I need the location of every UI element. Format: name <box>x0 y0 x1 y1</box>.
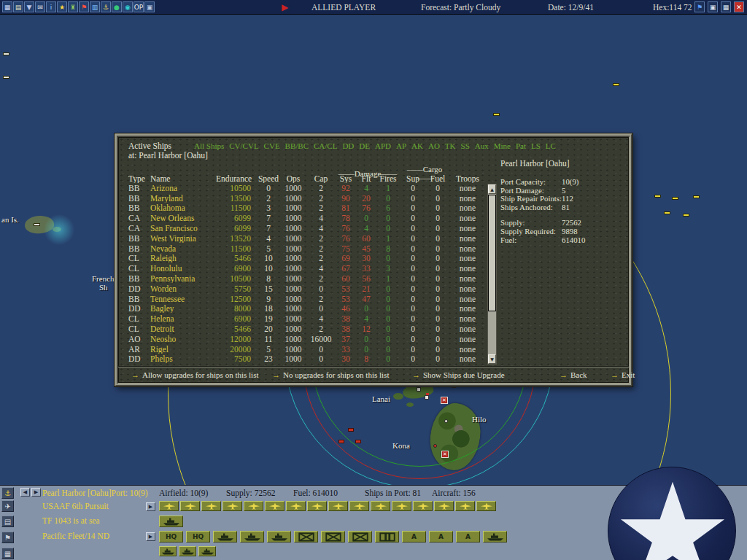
exit-button[interactable]: →Exit <box>611 370 635 379</box>
enemy-taskforce-marker[interactable] <box>355 440 361 443</box>
ship-marker[interactable] <box>664 211 670 214</box>
ship-marker[interactable] <box>672 197 678 200</box>
city-marker[interactable] <box>433 444 437 448</box>
plane-unit-icon[interactable] <box>392 501 411 511</box>
table-row[interactable]: BBArizona10500010002924100none <box>128 183 486 193</box>
plane-unit-icon[interactable] <box>159 501 179 511</box>
table-row[interactable]: BBNevada115005100027545800none <box>128 244 486 254</box>
enemy-taskforce-marker[interactable] <box>348 428 354 432</box>
filter-pat[interactable]: Pat <box>516 141 526 150</box>
ship-unit-icon[interactable] <box>240 531 264 542</box>
filter-mine[interactable]: Mine <box>494 141 511 150</box>
ops-icon[interactable]: OP <box>133 1 144 12</box>
filter-lc[interactable]: LC <box>546 141 556 150</box>
table-row[interactable]: BBTennessee125009100025347000none <box>128 294 486 304</box>
plane-unit-icon[interactable] <box>180 501 200 511</box>
a-unit-icon[interactable]: A <box>402 531 426 542</box>
plane-unit-icon[interactable] <box>476 501 496 511</box>
ship-unit-icon[interactable] <box>198 546 216 556</box>
info-icon[interactable]: i <box>46 1 56 12</box>
units-icon[interactable]: ♜ <box>68 1 78 12</box>
air-mode-icon[interactable]: ✈ <box>1 500 14 512</box>
inf-unit-icon[interactable] <box>348 531 372 542</box>
plane-unit-icon[interactable] <box>265 501 285 511</box>
table-row[interactable]: ARRigel20000510000330000none <box>128 344 486 354</box>
map-mode-icon[interactable]: ▦ <box>1 548 14 559</box>
city-marker[interactable] <box>444 419 448 423</box>
scroll-down-button[interactable]: ▼ <box>488 354 496 364</box>
filter-dd[interactable]: DD <box>342 141 354 150</box>
plane-unit-icon[interactable] <box>349 501 369 511</box>
save-icon[interactable]: ▼ <box>24 1 34 12</box>
table-row[interactable]: CLDetroit546620100023812000none <box>128 324 486 334</box>
filter-ls[interactable]: LS <box>531 141 541 150</box>
filter-bb-bc[interactable]: BB/BC <box>285 141 309 150</box>
filter-tk[interactable]: TK <box>445 141 456 150</box>
show-upgrades-button[interactable]: →Show Ships due Upgrade <box>412 370 505 379</box>
table-row[interactable]: BBOklahoma115003100028176600none <box>128 203 486 214</box>
table-scrollbar[interactable]: ▲ ▼ <box>487 184 497 365</box>
table-row[interactable]: DDBagley80001810000460000none <box>128 304 486 314</box>
filter-ak[interactable]: AK <box>411 141 423 150</box>
table-row[interactable]: CLHelena69001910004384000none <box>128 314 486 324</box>
unit-marker[interactable]: ✕ <box>441 451 449 458</box>
filter-ca-cl[interactable]: CA/CL <box>314 141 337 150</box>
base-flag-marker[interactable] <box>417 387 421 392</box>
plane-unit-icon[interactable] <box>286 501 306 511</box>
plane-unit-icon[interactable] <box>434 501 454 511</box>
plane-unit-icon[interactable] <box>328 501 348 511</box>
port-mode-icon[interactable]: ⚓ <box>1 487 14 499</box>
disc-icon[interactable]: ◉ <box>123 1 133 12</box>
hq-unit-icon[interactable]: HQ <box>186 531 210 542</box>
mail-icon[interactable]: ✉ <box>35 1 45 12</box>
filter-ao[interactable]: AO <box>428 141 440 150</box>
filter-cve[interactable]: CVE <box>264 141 280 150</box>
prev-base-button[interactable]: ◀ <box>20 488 30 497</box>
plane-unit-icon[interactable] <box>244 501 263 511</box>
camera-icon[interactable]: ▣ <box>708 1 718 12</box>
bar-unit-icon[interactable] <box>375 531 399 542</box>
flag-red-icon[interactable]: ⚑ <box>79 1 89 12</box>
filter-aux[interactable]: Aux <box>475 141 489 150</box>
filter-apd[interactable]: APD <box>375 141 391 150</box>
notepad-icon[interactable]: ▤ <box>13 1 23 12</box>
base-name[interactable]: Pearl Harbor [Oahu]Port: 10(9) <box>42 489 148 497</box>
flag-blue-icon[interactable]: ⚑ <box>694 1 705 12</box>
ship-marker[interactable] <box>654 195 661 198</box>
ship-marker[interactable] <box>34 223 40 226</box>
anchor-icon[interactable]: ⚓ <box>101 1 111 12</box>
filter-ap[interactable]: AP <box>396 141 406 150</box>
globe-icon[interactable]: ● <box>112 1 122 12</box>
next-group-button[interactable]: ▶ <box>146 532 155 541</box>
filter-ss[interactable]: SS <box>461 141 470 150</box>
filter-cv-cvl[interactable]: CV/CVL <box>229 141 258 150</box>
plane-unit-icon[interactable] <box>307 501 327 511</box>
table-row[interactable]: BBMaryland135002100029020000none <box>128 193 486 203</box>
tf-mode-icon[interactable]: ▤ <box>1 516 14 527</box>
ship-marker[interactable] <box>613 83 619 86</box>
table-row[interactable]: CASan Francisco6099710004764000none <box>128 223 486 233</box>
ship-unit-icon[interactable] <box>483 531 507 542</box>
scroll-up-button[interactable]: ▲ <box>488 184 496 194</box>
no-upgrades-button[interactable]: →No upgrades for ships on this list <box>272 370 389 379</box>
ship-marker[interactable] <box>3 52 9 55</box>
ship-unit-icon[interactable] <box>179 546 196 556</box>
star-icon[interactable]: ★ <box>57 1 67 12</box>
ship-unit-icon[interactable] <box>267 531 291 542</box>
table-row[interactable]: CANew Orleans6099710004780000none <box>128 213 486 223</box>
ship-marker[interactable] <box>493 113 500 116</box>
ship-marker[interactable] <box>683 214 689 217</box>
next-group-button[interactable]: ▶ <box>146 502 155 511</box>
ship-unit-icon[interactable] <box>213 531 237 542</box>
close-icon[interactable]: ✕ <box>734 1 744 12</box>
scroll-thumb[interactable] <box>488 195 496 311</box>
allow-upgrades-button[interactable]: →Allow upgrades for ships on this list <box>131 370 259 379</box>
plane-unit-icon[interactable] <box>455 501 475 511</box>
enemy-taskforce-marker[interactable] <box>338 440 344 443</box>
a-unit-icon[interactable]: A <box>456 531 480 542</box>
inf-unit-icon[interactable] <box>294 531 318 542</box>
table-row[interactable]: BBWest Virginia135204100027660100none <box>128 233 486 244</box>
plane-unit-icon[interactable] <box>201 501 221 511</box>
table-row[interactable]: DDWorden575015100005321000none <box>128 284 486 294</box>
table-row[interactable]: CLRaleigh546610100026930000none <box>128 254 486 264</box>
